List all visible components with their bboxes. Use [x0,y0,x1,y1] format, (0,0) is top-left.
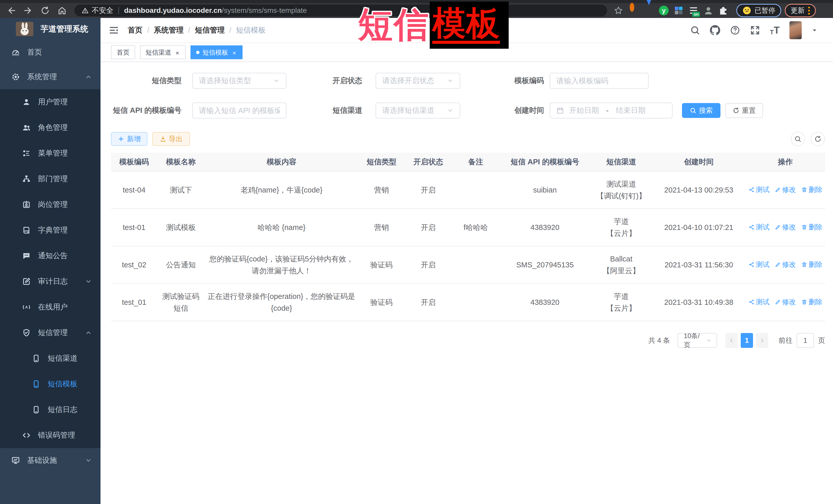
page-size-select[interactable]: 10条/页 [677,333,717,348]
dashboard-icon [11,48,20,57]
delete-link[interactable]: 删除 [801,184,823,196]
profile-paused-pill[interactable]: 已暂停 [736,4,781,17]
monitor-chart-icon [11,456,20,465]
sms-template-table: 模板编码 模板名称 模板内容 短信类型 开启状态 备注 短信 API 的模板编号… [111,153,825,321]
tab-sms-template[interactable]: 短信模板 [190,45,242,59]
col-type: 短信类型 [358,153,405,171]
sms-type-label: 短信类型 [111,76,182,86]
phone-icon [32,380,41,388]
sidebar-collapse-icon[interactable] [109,25,119,35]
test-link[interactable]: 测试 [748,184,770,196]
sidebar-item-menu-mgmt[interactable]: 菜单管理 [0,141,100,166]
api-template-field[interactable] [199,106,280,115]
search-button[interactable]: 搜索 [682,103,720,118]
delete-link[interactable]: 删除 [801,296,823,308]
github-icon[interactable] [710,25,720,35]
home-icon[interactable] [57,6,67,15]
sidebar-item-role-mgmt[interactable]: 角色管理 [0,115,100,141]
back-icon[interactable] [7,6,16,15]
col-code: 模板编码 [111,153,157,171]
template-code-input[interactable] [550,73,649,89]
refresh-table-button[interactable] [811,132,825,146]
delete-link[interactable]: 删除 [801,221,823,233]
sidebar-item-sms-channel[interactable]: 短信渠道 [0,345,100,371]
page-number-current[interactable]: 1 [741,333,753,348]
extension-kite-icon[interactable] [644,5,654,16]
sms-type-select[interactable]: 请选择短信类型 [192,73,286,89]
api-template-input[interactable] [192,102,286,118]
pen-icon [775,299,781,305]
bookmark-star-icon[interactable] [614,6,623,15]
sidebar-item-online-users[interactable]: A 在线用户 [0,294,100,320]
extension-y-icon[interactable]: y [659,5,669,16]
test-link[interactable]: 测试 [748,221,770,233]
next-page-button[interactable] [756,333,768,348]
tab-sms-channel[interactable]: 短信渠道 [140,45,186,59]
extension-person-icon[interactable] [703,5,714,16]
test-link[interactable]: 测试 [748,259,770,270]
page-content: 短信类型 请选择短信类型 开启状态 请选择开启状态 模板编码 [100,62,833,504]
sidebar-item-error-code[interactable]: 错误码管理 [0,423,100,448]
logo[interactable]: 芋道管理系统 [0,18,100,40]
date-range-picker[interactable]: 开始日期 - 结束日期 [550,102,672,118]
template-code-field[interactable] [556,77,642,85]
font-size-icon[interactable]: TT [770,25,780,36]
url-host: dashboard.yudao.iocoder.cn [124,6,222,15]
edit-link[interactable]: 修改 [775,184,796,196]
forward-icon[interactable] [24,6,33,15]
col-name: 模板名称 [157,153,205,171]
extension-squares-icon[interactable] [673,5,684,16]
update-button[interactable]: 更新 [785,4,816,17]
pen-icon [775,262,781,268]
breadcrumb-system[interactable]: 系统管理 [154,25,184,35]
status-select[interactable]: 请选择开启状态 [376,73,460,89]
prev-page-button[interactable] [725,333,738,348]
org-chart-icon [22,174,31,183]
sidebar-item-notice[interactable]: 通知公告 [0,243,100,269]
sidebar-item-home[interactable]: 首页 [0,40,100,65]
close-icon[interactable] [232,50,237,55]
sidebar-item-system[interactable]: 系统管理 [0,65,100,89]
chevron-up-icon [85,74,92,80]
sidebar-item-infra[interactable]: 基础设施 [0,448,100,473]
paused-label: 已暂停 [755,6,775,15]
url-bar[interactable]: 不安全 dashboard.yudao.iocoder.cn /system/s… [74,5,607,17]
breadcrumb-home[interactable]: 首页 [128,25,143,35]
sidebar-item-sms-template[interactable]: 短信模板 [0,371,100,397]
trash-icon [801,187,807,193]
edit-link[interactable]: 修改 [775,296,796,308]
reset-button[interactable]: 重置 [725,103,763,118]
delete-link[interactable]: 删除 [801,259,823,270]
sidebar-item-user-mgmt[interactable]: 用户管理 [0,89,100,115]
test-link[interactable]: 测试 [748,296,770,308]
add-button[interactable]: 新增 [111,132,147,146]
extension-list-icon[interactable]: on [688,5,699,16]
fullscreen-icon[interactable] [750,25,760,35]
close-icon[interactable] [175,50,180,55]
goto-page-input[interactable] [796,333,814,348]
help-icon[interactable] [730,25,740,35]
sidebar-item-sms-mgmt[interactable]: 短信管理 [0,320,100,345]
share-icon [748,187,755,193]
sidebar-item-dept-mgmt[interactable]: 部门管理 [0,166,100,192]
user-avatar[interactable] [789,21,802,39]
col-created: 创建时间 [652,153,745,171]
sidebar-item-post-mgmt[interactable]: 岗位管理 [0,192,100,217]
breadcrumb-sms[interactable]: 短信管理 [195,25,224,35]
table-row: test-01 测试模板 哈哈哈 {name} 营销 开启 f哈哈哈 43839… [111,209,825,246]
search-icon[interactable] [690,25,700,35]
extensions-puzzle-icon[interactable] [718,5,729,16]
browser-tabstrip [0,0,833,3]
extension-ring-icon[interactable] [629,5,639,16]
edit-link[interactable]: 修改 [775,221,796,233]
sidebar-item-sms-log[interactable]: 短信日志 [0,397,100,423]
reload-icon[interactable] [41,6,50,15]
channel-select[interactable]: 请选择短信渠道 [376,102,460,118]
edit-link[interactable]: 修改 [775,259,796,270]
sidebar-item-dict-mgmt[interactable]: 字典管理 [0,217,100,243]
chevron-down-icon[interactable] [811,27,817,33]
sidebar-item-audit-log[interactable]: 审计日志 [0,269,100,294]
tab-home[interactable]: 首页 [111,45,135,59]
toggle-search-button[interactable] [791,132,805,146]
export-button[interactable]: 导出 [152,132,190,146]
